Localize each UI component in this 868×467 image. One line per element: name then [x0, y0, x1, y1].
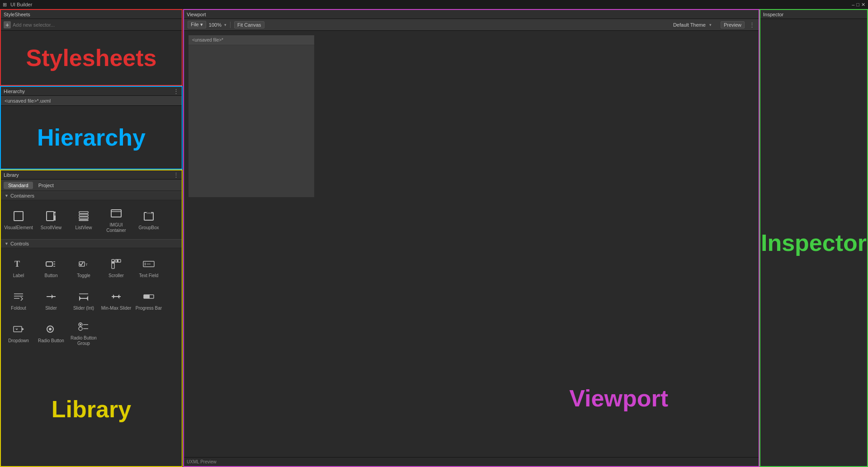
- fit-canvas-button[interactable]: Fit Canvas: [234, 21, 264, 28]
- lib-item-toggle[interactable]: T Toggle: [68, 252, 99, 283]
- foldout-label: Foldout: [11, 306, 26, 311]
- radio-button-group-icon: [76, 319, 91, 334]
- viewport-body: <unsaved file>* Viewport: [184, 31, 759, 457]
- tab-standard[interactable]: Standard: [4, 182, 33, 189]
- svg-rect-20: [112, 259, 114, 269]
- maximize-icon[interactable]: □: [856, 2, 859, 8]
- viewport-section: Viewport File ▾ 100% ▾ Fit Canvas Defaul…: [183, 9, 760, 467]
- svg-marker-33: [79, 296, 81, 301]
- svg-point-48: [79, 327, 82, 330]
- svg-text:T: T: [85, 263, 88, 267]
- controls-label: Controls: [10, 241, 29, 246]
- label-label: Label: [13, 273, 24, 278]
- stylesheets-toolbar: + Add new selector...: [1, 19, 182, 31]
- svg-marker-31: [52, 294, 53, 299]
- library-header: Library ⋮: [1, 170, 182, 179]
- viewport-options-icon[interactable]: ⋮: [749, 21, 755, 28]
- canvas-tab[interactable]: <unsaved file>*: [189, 35, 314, 45]
- lib-item-slider-int[interactable]: Slider (Int): [68, 284, 99, 316]
- lib-item-radio-button-group[interactable]: Radio Button Group: [68, 317, 99, 349]
- containers-section-header[interactable]: ▼ Containers: [1, 191, 182, 200]
- lib-item-scroller[interactable]: Scroller: [100, 252, 132, 283]
- svg-rect-0: [14, 212, 23, 221]
- zoom-arrow[interactable]: ▾: [224, 23, 226, 27]
- controls-grid: T Label: [1, 248, 182, 352]
- file-menu-button[interactable]: File ▾: [188, 21, 206, 28]
- lib-item-scroll-view[interactable]: ScrollView: [35, 204, 67, 236]
- controls-arrow: ▼: [5, 241, 9, 246]
- viewport-bottom-label: UXML Preview: [187, 459, 217, 464]
- toggle-icon: T: [76, 257, 91, 271]
- list-view-icon: [76, 209, 91, 223]
- hierarchy-body: Hierarchy: [1, 106, 182, 169]
- svg-rect-5: [79, 214, 88, 216]
- zoom-label: 100%: [209, 22, 222, 28]
- svg-point-46: [80, 324, 81, 325]
- viewport-bottom-bar: UXML Preview: [184, 457, 759, 466]
- lib-item-text-field[interactable]: Text Field: [133, 252, 165, 283]
- min-max-slider-label: Min-Max Slider: [101, 306, 132, 311]
- hierarchy-header-icon[interactable]: ⋮: [173, 88, 179, 94]
- text-field-label: Text Field: [139, 273, 159, 278]
- lib-item-list-view[interactable]: ListView: [68, 204, 99, 236]
- library-big-label: Library: [1, 352, 182, 466]
- add-selector-plus[interactable]: +: [4, 21, 11, 28]
- preview-button[interactable]: Preview: [721, 21, 745, 28]
- theme-arrow[interactable]: ▾: [709, 23, 712, 27]
- lib-item-min-max-slider[interactable]: Min-Max Slider: [100, 284, 132, 316]
- button-label: Button: [45, 273, 58, 278]
- lib-item-label[interactable]: T Label: [3, 252, 34, 283]
- lib-item-group-box[interactable]: Group GroupBox: [133, 204, 165, 236]
- dropdown-label: Dropdown: [8, 338, 29, 344]
- library-section: Library ⋮ Standard Project ▼ Containers: [0, 170, 183, 467]
- text-field-icon: [142, 257, 156, 271]
- canvas-area: <unsaved file>*: [189, 35, 314, 197]
- title-bar: ⊞ UI Builder – □ ✕: [0, 0, 868, 9]
- foldout-icon: [11, 289, 26, 304]
- svg-text:T: T: [14, 259, 20, 269]
- lib-item-foldout[interactable]: Foldout: [3, 284, 34, 316]
- slider-icon: [44, 289, 58, 304]
- lib-item-imgui-container[interactable]: IMGUI Container: [100, 204, 132, 236]
- left-panel: StyleSheets + Add new selector... Styles…: [0, 9, 183, 467]
- svg-rect-40: [144, 295, 150, 298]
- stylesheets-body: Stylesheets: [1, 31, 182, 85]
- lib-item-visual-element[interactable]: VisualElement: [3, 204, 34, 236]
- button-icon: [44, 257, 58, 271]
- hierarchy-file-row[interactable]: <unsaved file>*.uxml: [1, 96, 182, 106]
- minimize-icon[interactable]: –: [852, 2, 854, 8]
- add-selector-label: Add new selector...: [13, 22, 55, 28]
- lib-item-progress-bar[interactable]: Progress Bar: [133, 284, 165, 316]
- canvas-tab-label: <unsaved file>*: [192, 38, 223, 42]
- scroller-label: Scroller: [108, 273, 124, 278]
- svg-rect-1: [47, 212, 54, 221]
- tab-project[interactable]: Project: [34, 182, 58, 189]
- label-icon: T: [11, 257, 26, 271]
- library-content: ▼ Containers VisualElement: [1, 191, 182, 466]
- viewport-header: Viewport: [184, 10, 759, 19]
- toggle-label: Toggle: [77, 273, 90, 278]
- inspector-header: Inspector: [760, 10, 867, 19]
- viewport-toolbar: File ▾ 100% ▾ Fit Canvas Default Theme ▾…: [184, 19, 759, 31]
- close-icon[interactable]: ✕: [861, 2, 865, 8]
- controls-section-header[interactable]: ▼ Controls: [1, 239, 182, 248]
- lib-item-dropdown[interactable]: Dropdown: [3, 317, 34, 349]
- scroller-icon: [109, 257, 123, 271]
- lib-item-button[interactable]: Button: [35, 252, 67, 283]
- svg-text:Group: Group: [146, 212, 153, 214]
- svg-rect-8: [111, 210, 121, 217]
- main-layout: StyleSheets + Add new selector... Styles…: [0, 9, 868, 467]
- visual-element-icon: [11, 209, 26, 223]
- group-box-icon: Group: [142, 209, 156, 223]
- imgui-container-icon: [109, 206, 123, 221]
- library-header-icon[interactable]: ⋮: [173, 171, 179, 178]
- lib-item-slider[interactable]: Slider: [35, 284, 67, 316]
- inspector-body: Inspector: [760, 19, 867, 466]
- lib-item-radio-button[interactable]: Radio Button: [35, 317, 67, 349]
- svg-marker-34: [86, 296, 88, 301]
- canvas-content[interactable]: [189, 45, 314, 197]
- svg-rect-14: [46, 262, 52, 266]
- default-theme-label: Default Theme: [673, 22, 706, 28]
- stylesheets-header-label: StyleSheets: [4, 12, 30, 17]
- title-bar-icon: ⊞: [3, 2, 7, 8]
